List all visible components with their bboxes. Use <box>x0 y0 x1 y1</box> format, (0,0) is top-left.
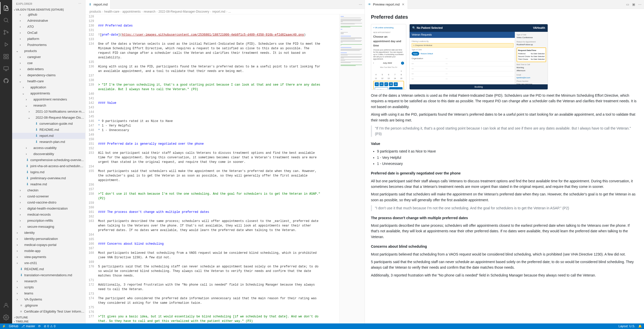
tree-file[interactable]: ⬇report.md <box>12 133 85 139</box>
tree-folder[interactable]: ›medical-copays-portal <box>12 242 85 248</box>
preview-icon: 👁 <box>367 2 371 6</box>
more-icon[interactable]: ⋯ <box>78 2 81 5</box>
tree-file[interactable]: ⬇preliminary-overview.md <box>12 175 85 181</box>
preview-h4: Preferred date is generally negotiated o… <box>371 170 638 176</box>
tree-folder[interactable]: ⌄appointments <box>12 90 85 96</box>
tree-folder[interactable]: ›covid-vaccine-distro <box>12 199 85 206</box>
sidebar-section-outline[interactable]: ›OUTLINE <box>12 315 85 319</box>
tree-folder[interactable]: ›ATO <box>12 24 85 30</box>
tree-file[interactable]: ⬇README.md <box>12 266 85 272</box>
tree-folder[interactable]: ›digital-health-modernization <box>12 206 85 212</box>
tree-folder[interactable]: ›dependency-claims <box>12 72 85 78</box>
breadcrumb-item[interactable]: products <box>90 10 101 13</box>
tree-file[interactable]: ⬇joint-vha-oit-access-and-scheduling-... <box>12 163 85 169</box>
split-icon[interactable]: ▭ <box>626 3 629 6</box>
tree-file[interactable]: ⬇conversation-guide.md <box>12 121 85 127</box>
tree-folder[interactable]: ›teams <box>12 290 85 296</box>
github-icon[interactable] <box>0 75 12 87</box>
tree-folder[interactable]: ›research <box>12 278 85 284</box>
source-control-icon[interactable] <box>0 26 12 38</box>
tree-file[interactable]: ⬇comprehensive-scheduling-overvie... <box>12 157 85 163</box>
search-icon[interactable] <box>0 14 12 26</box>
breadcrumb-item[interactable]: report.md <box>212 10 225 13</box>
breadcrumb-item[interactable]: ... <box>228 10 231 13</box>
tree-folder[interactable]: ⌄2022-08-Request-Manager-Discovery <box>12 115 85 121</box>
status-remote[interactable]: ⚡ <box>2 324 6 328</box>
tab-label: Preview report.md <box>373 3 399 6</box>
preview-paragraph: All but one participant said their staff… <box>371 178 638 190</box>
tree-folder[interactable]: ⌄products <box>12 48 85 54</box>
explorer-icon[interactable] <box>0 2 12 14</box>
tree-folder[interactable]: ›mobile-app <box>12 248 85 254</box>
tree-folder[interactable]: ›2021-10 Notifications service map w... <box>12 109 85 115</box>
tree-folder[interactable]: ⌄research <box>12 103 85 109</box>
tree-folder[interactable]: ›identity-personalization <box>12 236 85 242</box>
tree-file[interactable]: ⬇readme.md <box>12 181 85 187</box>
tree-folder[interactable]: ›.github <box>12 12 85 18</box>
tree-file[interactable]: ⬇translation-recommendations.md <box>12 272 85 278</box>
tree-folder[interactable]: ›appointment reminders <box>12 96 85 103</box>
preview-quote: "If I'm the person scheduling it, that's… <box>371 125 638 137</box>
editor-content[interactable]: 1281291301311321331341351361371381391401… <box>85 14 365 323</box>
tree-folder[interactable]: ›Postmortems <box>12 42 85 48</box>
tree-folder[interactable]: ›VA-Systems <box>12 296 85 302</box>
tree-folder[interactable]: ⌄health-care <box>12 78 85 84</box>
tree-folder[interactable]: ›view-payments <box>12 254 85 260</box>
svg-point-2 <box>4 30 5 32</box>
tree-file[interactable]: ⬇research-plan.md <box>12 139 85 145</box>
status-layout[interactable]: Layout: U.S. <box>618 324 635 328</box>
preview-h4: Value <box>371 141 638 146</box>
tree-folder[interactable]: ›debt-letters <box>12 66 85 72</box>
close-icon[interactable]: ✕ <box>401 2 405 6</box>
remote-icon[interactable] <box>0 63 12 75</box>
status-bar: ⚡ GitHub ⎇ master ⟳ ⊘ 0 ⚠ 0 Layout: U.S.… <box>0 323 644 329</box>
run-debug-icon[interactable] <box>0 38 12 50</box>
settings-icon[interactable] <box>0 311 12 323</box>
breadcrumb-item[interactable]: research <box>144 10 156 13</box>
tree-folder[interactable]: ›access-usability <box>12 145 85 151</box>
status-problems[interactable]: ⊘ 0 ⚠ 0 <box>44 324 55 328</box>
sidebar-section-timeline[interactable]: ›TIMELINE <box>12 319 85 323</box>
tree-folder[interactable]: ›discoverability <box>12 151 85 157</box>
extensions-icon[interactable] <box>0 50 12 63</box>
tree-folder[interactable]: ›coe <box>12 60 85 66</box>
tree-folder[interactable]: ›Administrative <box>12 18 85 24</box>
tab-report[interactable]: ⬇ report.md <box>85 0 110 9</box>
preview-content[interactable]: Preferred dates « VA online scheduling N… <box>365 9 644 323</box>
breadcrumb-item[interactable]: appointments <box>122 10 141 13</box>
sidebar-section-repo[interactable]: ⌄VA.GOV-TEAM-SENSITIVE [GITHUB] <box>12 7 85 12</box>
tree-file[interactable]: ≡.gitignore <box>12 302 85 309</box>
tree-folder[interactable]: ›secure-messaging <box>12 224 85 230</box>
tab-preview[interactable]: 👁 Preview report.md ✕ <box>365 0 408 9</box>
tree-folder[interactable]: ›scripts <box>12 284 85 290</box>
tree-folder[interactable]: ›OnCall <box>12 30 85 36</box>
tree-folder[interactable]: ›platform <box>12 36 85 42</box>
accounts-icon[interactable] <box>0 299 12 311</box>
tree-folder[interactable]: ›vre-ch31 <box>12 260 85 266</box>
preview-h4: Concerns about blind scheduling <box>371 244 638 249</box>
more-actions-icon[interactable]: ⋯ <box>359 3 362 6</box>
tree-file[interactable]: ⬇logins.md <box>12 169 85 175</box>
breadcrumbs[interactable]: products›health-care›appointments›resear… <box>85 9 365 14</box>
status-notifications-icon[interactable]: 🔔 <box>638 324 642 328</box>
breadcrumb-item[interactable]: health-care <box>104 10 119 13</box>
tree-file[interactable]: ⬇README.md <box>12 127 85 133</box>
tree-folder[interactable]: ›caregiver <box>12 54 85 60</box>
breadcrumb-item[interactable]: 2022-08-Request-Manager-Discovery <box>159 10 209 13</box>
minimap[interactable] <box>339 14 365 323</box>
status-github[interactable]: GitHub <box>9 324 18 328</box>
tree-folder[interactable]: ›prescription-refills <box>12 218 85 224</box>
more-actions-icon[interactable]: ⋯ <box>638 3 641 6</box>
status-branch[interactable]: ⎇ master <box>21 324 35 328</box>
tab-label: report.md <box>94 3 108 6</box>
list-item: 9 participants rated it as Nice to Have <box>377 148 638 154</box>
tree-folder[interactable]: ›identity <box>12 230 85 236</box>
layout-icon[interactable]: ▣ <box>632 3 635 6</box>
preview-paragraph: Most participants described the same pro… <box>371 223 638 240</box>
tree-folder[interactable]: ›checkin <box>12 187 85 193</box>
tree-folder[interactable]: ›covid-screener <box>12 193 85 199</box>
status-sync[interactable]: ⟳ <box>38 324 41 328</box>
tree-folder[interactable]: ›medical-records <box>12 212 85 218</box>
tree-file[interactable]: ≡Certificate of Eligibility Test User In… <box>12 309 85 315</box>
tree-folder[interactable]: ›application <box>12 84 85 90</box>
